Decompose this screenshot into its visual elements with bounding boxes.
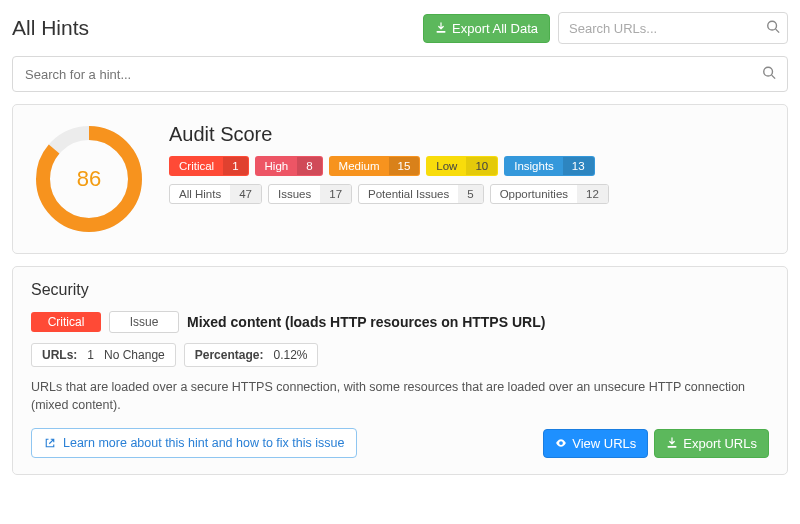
export-urls-button[interactable]: Export URLs xyxy=(654,429,769,458)
chip-issues[interactable]: Issues17 xyxy=(268,184,352,204)
external-link-icon xyxy=(44,437,56,449)
learn-more-label: Learn more about this hint and how to fi… xyxy=(63,436,344,450)
urls-value: 1 xyxy=(87,348,94,362)
chip-critical[interactable]: Critical1 xyxy=(169,156,249,176)
hint-header: Critical Issue Mixed content (loads HTTP… xyxy=(31,311,769,333)
section-title: Security xyxy=(31,281,769,299)
search-icon xyxy=(766,20,780,37)
hint-search-wrap xyxy=(12,56,788,92)
svg-rect-7 xyxy=(668,446,677,448)
export-all-button[interactable]: Export All Data xyxy=(423,14,550,43)
url-search-input[interactable] xyxy=(558,12,788,44)
chip-medium[interactable]: Medium15 xyxy=(329,156,421,176)
chip-high[interactable]: High8 xyxy=(255,156,323,176)
hint-actions-row: Learn more about this hint and how to fi… xyxy=(31,428,769,458)
chip-low[interactable]: Low10 xyxy=(426,156,498,176)
audit-score-title: Audit Score xyxy=(169,123,767,146)
url-search-wrap xyxy=(558,12,788,44)
type-pill: Issue xyxy=(109,311,179,333)
severity-chip-row: Critical1 High8 Medium15 Low10 Insights1… xyxy=(169,156,767,176)
chip-potential-issues[interactable]: Potential Issues5 xyxy=(358,184,484,204)
search-icon xyxy=(762,66,776,83)
svg-line-4 xyxy=(772,75,776,79)
chip-all-hints[interactable]: All Hints47 xyxy=(169,184,262,204)
urls-change: No Change xyxy=(104,348,165,362)
svg-line-2 xyxy=(776,29,780,33)
svg-rect-0 xyxy=(437,31,446,33)
urls-label: URLs: xyxy=(42,348,77,362)
view-urls-button[interactable]: View URLs xyxy=(543,429,648,458)
page-title: All Hints xyxy=(12,16,415,40)
score-value: 86 xyxy=(77,166,101,192)
severity-pill: Critical xyxy=(31,312,101,332)
group-chip-row: All Hints47 Issues17 Potential Issues5 O… xyxy=(169,184,767,204)
svg-point-3 xyxy=(764,67,773,76)
chip-opportunities[interactable]: Opportunities12 xyxy=(490,184,609,204)
percentage-stat: Percentage: 0.12% xyxy=(184,343,319,367)
stat-row: URLs: 1 No Change Percentage: 0.12% xyxy=(31,343,769,367)
top-bar: All Hints Export All Data xyxy=(12,12,788,44)
chip-insights[interactable]: Insights13 xyxy=(504,156,594,176)
download-icon xyxy=(666,437,678,449)
urls-stat: URLs: 1 No Change xyxy=(31,343,176,367)
eye-icon xyxy=(555,437,567,449)
view-urls-label: View URLs xyxy=(572,436,636,451)
score-ring: 86 xyxy=(33,123,145,235)
security-panel: Security Critical Issue Mixed content (l… xyxy=(12,266,788,475)
export-all-label: Export All Data xyxy=(452,21,538,36)
download-icon xyxy=(435,22,447,34)
audit-score-panel: 86 Audit Score Critical1 High8 Medium15 … xyxy=(12,104,788,254)
percentage-value: 0.12% xyxy=(273,348,307,362)
hint-search-input[interactable] xyxy=(12,56,788,92)
learn-more-link[interactable]: Learn more about this hint and how to fi… xyxy=(31,428,357,458)
svg-point-1 xyxy=(768,21,777,30)
hint-name: Mixed content (loads HTTP resources on H… xyxy=(187,314,545,330)
hint-description: URLs that are loaded over a secure HTTPS… xyxy=(31,379,769,414)
percentage-label: Percentage: xyxy=(195,348,264,362)
export-urls-label: Export URLs xyxy=(683,436,757,451)
